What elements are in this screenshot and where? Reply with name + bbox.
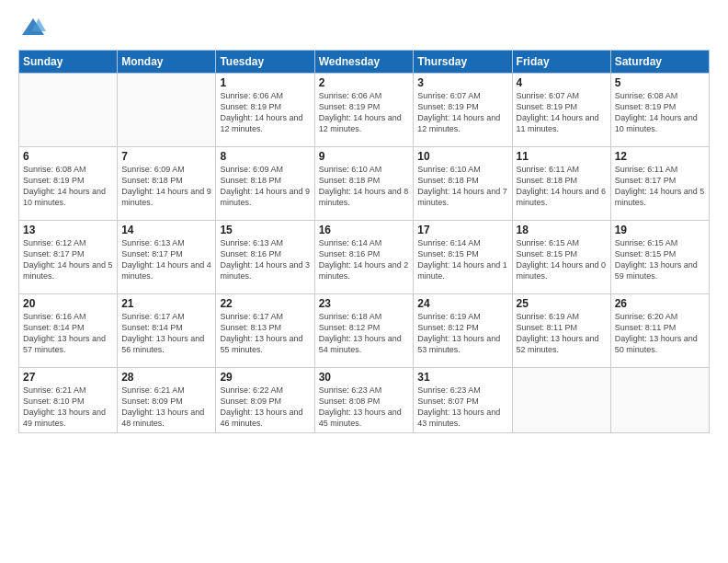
day-info: Sunrise: 6:13 AM Sunset: 8:17 PM Dayligh…: [121, 237, 211, 282]
weekday-header-thursday: Thursday: [414, 51, 512, 74]
calendar-cell: 26Sunrise: 6:20 AM Sunset: 8:11 PM Dayli…: [610, 294, 709, 368]
calendar-cell: 18Sunrise: 6:15 AM Sunset: 8:15 PM Dayli…: [512, 221, 610, 294]
day-info: Sunrise: 6:08 AM Sunset: 8:19 PM Dayligh…: [23, 164, 113, 209]
weekday-header-sunday: Sunday: [19, 51, 118, 74]
day-info: Sunrise: 6:14 AM Sunset: 8:15 PM Dayligh…: [417, 237, 507, 282]
day-number: 30: [319, 371, 410, 384]
calendar-cell: 29Sunrise: 6:22 AM Sunset: 8:09 PM Dayli…: [216, 368, 314, 433]
day-info: Sunrise: 6:10 AM Sunset: 8:18 PM Dayligh…: [417, 164, 507, 209]
day-info: Sunrise: 6:14 AM Sunset: 8:16 PM Dayligh…: [319, 237, 410, 282]
day-number: 3: [417, 76, 507, 89]
day-number: 11: [517, 150, 607, 163]
day-number: 15: [220, 224, 310, 236]
day-number: 9: [319, 150, 410, 163]
calendar-cell: 3Sunrise: 6:07 AM Sunset: 8:19 PM Daylig…: [414, 74, 512, 147]
day-info: Sunrise: 6:09 AM Sunset: 8:18 PM Dayligh…: [220, 164, 310, 209]
logo-icon: [20, 15, 46, 40]
day-number: 23: [319, 297, 410, 310]
day-number: 31: [417, 371, 507, 384]
weekday-header-wednesday: Wednesday: [314, 51, 414, 74]
day-info: Sunrise: 6:16 AM Sunset: 8:14 PM Dayligh…: [23, 311, 113, 356]
calendar-cell: 30Sunrise: 6:23 AM Sunset: 8:08 PM Dayli…: [314, 368, 414, 433]
day-number: 12: [615, 150, 705, 163]
calendar-cell: 19Sunrise: 6:15 AM Sunset: 8:15 PM Dayli…: [610, 221, 709, 294]
logo: [18, 15, 46, 40]
weekday-header-saturday: Saturday: [610, 51, 709, 74]
calendar-cell: [512, 368, 610, 433]
weekday-header-tuesday: Tuesday: [216, 51, 314, 74]
calendar-cell: 2Sunrise: 6:06 AM Sunset: 8:19 PM Daylig…: [314, 74, 414, 147]
day-number: 19: [615, 224, 705, 236]
calendar-cell: 31Sunrise: 6:23 AM Sunset: 8:07 PM Dayli…: [414, 368, 512, 433]
calendar-cell: 27Sunrise: 6:21 AM Sunset: 8:10 PM Dayli…: [19, 368, 118, 433]
day-number: 29: [220, 371, 310, 384]
calendar-cell: 14Sunrise: 6:13 AM Sunset: 8:17 PM Dayli…: [118, 221, 216, 294]
day-info: Sunrise: 6:19 AM Sunset: 8:12 PM Dayligh…: [417, 311, 507, 356]
day-info: Sunrise: 6:06 AM Sunset: 8:19 PM Dayligh…: [319, 90, 410, 135]
day-info: Sunrise: 6:17 AM Sunset: 8:14 PM Dayligh…: [121, 311, 211, 356]
day-number: 16: [319, 224, 410, 236]
day-info: Sunrise: 6:23 AM Sunset: 8:07 PM Dayligh…: [417, 385, 507, 430]
calendar-cell: 1Sunrise: 6:06 AM Sunset: 8:19 PM Daylig…: [216, 74, 314, 147]
day-number: 1: [220, 76, 310, 89]
day-number: 17: [417, 224, 507, 236]
day-info: Sunrise: 6:10 AM Sunset: 8:18 PM Dayligh…: [319, 164, 410, 209]
day-number: 28: [121, 371, 211, 384]
day-info: Sunrise: 6:21 AM Sunset: 8:09 PM Dayligh…: [121, 385, 211, 430]
calendar-cell: 24Sunrise: 6:19 AM Sunset: 8:12 PM Dayli…: [414, 294, 512, 368]
calendar-cell: 7Sunrise: 6:09 AM Sunset: 8:18 PM Daylig…: [118, 147, 216, 221]
day-info: Sunrise: 6:18 AM Sunset: 8:12 PM Dayligh…: [319, 311, 410, 356]
day-info: Sunrise: 6:15 AM Sunset: 8:15 PM Dayligh…: [615, 237, 705, 282]
day-number: 21: [121, 297, 211, 310]
calendar-cell: [19, 74, 118, 147]
day-number: 14: [121, 224, 211, 236]
calendar-cell: 28Sunrise: 6:21 AM Sunset: 8:09 PM Dayli…: [118, 368, 216, 433]
calendar-cell: 22Sunrise: 6:17 AM Sunset: 8:13 PM Dayli…: [216, 294, 314, 368]
day-number: 4: [517, 76, 607, 89]
calendar-cell: 8Sunrise: 6:09 AM Sunset: 8:18 PM Daylig…: [216, 147, 314, 221]
day-info: Sunrise: 6:19 AM Sunset: 8:11 PM Dayligh…: [517, 311, 607, 356]
day-number: 13: [23, 224, 113, 236]
day-number: 6: [23, 150, 113, 163]
day-number: 2: [319, 76, 410, 89]
day-info: Sunrise: 6:12 AM Sunset: 8:17 PM Dayligh…: [23, 237, 113, 282]
day-number: 10: [417, 150, 507, 163]
calendar-cell: [610, 368, 709, 433]
calendar-cell: 10Sunrise: 6:10 AM Sunset: 8:18 PM Dayli…: [414, 147, 512, 221]
calendar-cell: 9Sunrise: 6:10 AM Sunset: 8:18 PM Daylig…: [314, 147, 414, 221]
calendar-cell: 5Sunrise: 6:08 AM Sunset: 8:19 PM Daylig…: [610, 74, 709, 147]
weekday-header-monday: Monday: [118, 51, 216, 74]
day-number: 25: [517, 297, 607, 310]
calendar-cell: 11Sunrise: 6:11 AM Sunset: 8:18 PM Dayli…: [512, 147, 610, 221]
day-info: Sunrise: 6:08 AM Sunset: 8:19 PM Dayligh…: [615, 90, 705, 135]
day-number: 7: [121, 150, 211, 163]
calendar-cell: 4Sunrise: 6:07 AM Sunset: 8:19 PM Daylig…: [512, 74, 610, 147]
day-info: Sunrise: 6:20 AM Sunset: 8:11 PM Dayligh…: [615, 311, 705, 356]
day-info: Sunrise: 6:07 AM Sunset: 8:19 PM Dayligh…: [417, 90, 507, 135]
day-info: Sunrise: 6:07 AM Sunset: 8:19 PM Dayligh…: [517, 90, 607, 135]
weekday-header-friday: Friday: [512, 51, 610, 74]
day-number: 5: [615, 76, 705, 89]
day-number: 27: [23, 371, 113, 384]
day-info: Sunrise: 6:11 AM Sunset: 8:17 PM Dayligh…: [615, 164, 705, 209]
day-info: Sunrise: 6:11 AM Sunset: 8:18 PM Dayligh…: [517, 164, 607, 209]
day-info: Sunrise: 6:17 AM Sunset: 8:13 PM Dayligh…: [220, 311, 310, 356]
calendar-cell: 6Sunrise: 6:08 AM Sunset: 8:19 PM Daylig…: [19, 147, 118, 221]
day-info: Sunrise: 6:23 AM Sunset: 8:08 PM Dayligh…: [319, 385, 410, 430]
day-number: 22: [220, 297, 310, 310]
calendar-table: SundayMondayTuesdayWednesdayThursdayFrid…: [18, 50, 710, 433]
day-number: 26: [615, 297, 705, 310]
day-info: Sunrise: 6:15 AM Sunset: 8:15 PM Dayligh…: [517, 237, 607, 282]
calendar-cell: 17Sunrise: 6:14 AM Sunset: 8:15 PM Dayli…: [414, 221, 512, 294]
calendar-cell: 12Sunrise: 6:11 AM Sunset: 8:17 PM Dayli…: [610, 147, 709, 221]
day-number: 18: [517, 224, 607, 236]
day-number: 8: [220, 150, 310, 163]
calendar-cell: 20Sunrise: 6:16 AM Sunset: 8:14 PM Dayli…: [19, 294, 118, 368]
calendar-cell: [118, 74, 216, 147]
calendar-cell: 13Sunrise: 6:12 AM Sunset: 8:17 PM Dayli…: [19, 221, 118, 294]
calendar-cell: 21Sunrise: 6:17 AM Sunset: 8:14 PM Dayli…: [118, 294, 216, 368]
calendar-cell: 23Sunrise: 6:18 AM Sunset: 8:12 PM Dayli…: [314, 294, 414, 368]
day-info: Sunrise: 6:21 AM Sunset: 8:10 PM Dayligh…: [23, 385, 113, 430]
page-header: [18, 15, 710, 40]
calendar-cell: 16Sunrise: 6:14 AM Sunset: 8:16 PM Dayli…: [314, 221, 414, 294]
